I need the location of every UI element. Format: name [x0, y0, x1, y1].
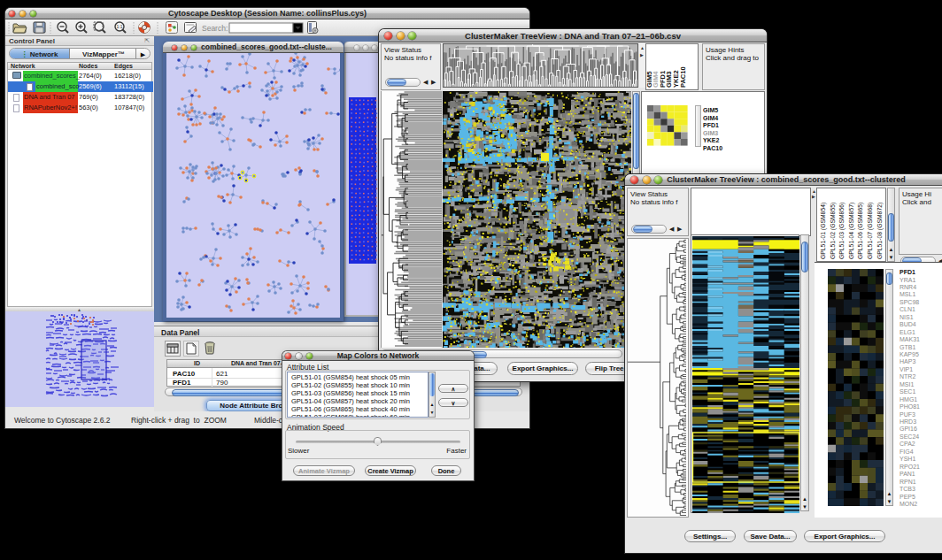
svg-text:GPL51-01 (GSM854): GPL51-01 (GSM854)	[820, 203, 827, 259]
svg-text:1:1: 1:1	[117, 24, 123, 29]
svg-text:PAC10: PAC10	[679, 66, 687, 88]
svg-text:GPL51-04 (GSM857): GPL51-04 (GSM857)	[848, 203, 855, 259]
svg-text:GPL51-03 (GSM856): GPL51-03 (GSM856)	[838, 203, 845, 259]
svg-text:GPL51-02 (GSM855): GPL51-02 (GSM855)	[830, 203, 837, 259]
svg-text:GPL51-08 (GSM872): GPL51-08 (GSM872)	[876, 203, 884, 259]
svg-text:GPL51-07 (GSM868): GPL51-07 (GSM868)	[867, 203, 874, 259]
svg-text:Search:: Search:	[202, 24, 228, 33]
svg-text:GPL51-06 (GSM865): GPL51-06 (GSM865)	[857, 203, 864, 259]
